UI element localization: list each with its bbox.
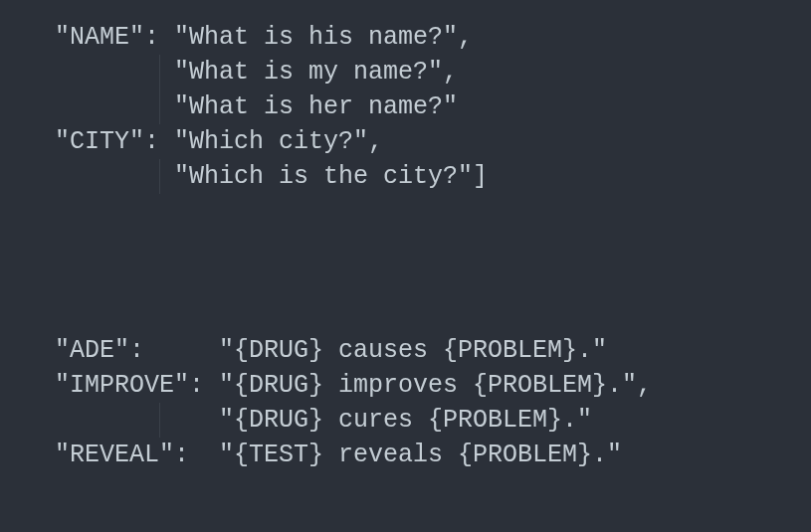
code-line-3: "What is her name?": [55, 89, 811, 124]
blank-section: [55, 194, 811, 333]
code-line-7: "IMPROVE": "{DRUG} improves {PROBLEM}.",: [55, 368, 811, 403]
code-line-2: "What is my name?",: [55, 55, 811, 89]
code-line-5: "Which is the city?"]: [55, 159, 811, 194]
code-text: "What is her name?": [55, 92, 458, 121]
code-line-8: "{DRUG} cures {PROBLEM}.": [55, 403, 811, 438]
code-line-4: "CITY": "Which city?",: [55, 124, 811, 159]
code-text: "Which is the city?"]: [55, 162, 488, 191]
code-line-6: "ADE": "{DRUG} causes {PROBLEM}.": [55, 333, 811, 368]
code-line-9: "REVEAL": "{TEST} reveals {PROBLEM}.": [55, 438, 811, 472]
code-line-1: "NAME": "What is his name?",: [55, 20, 811, 55]
code-text: "What is my name?",: [55, 58, 458, 87]
code-text: "{DRUG} cures {PROBLEM}.": [55, 406, 592, 435]
